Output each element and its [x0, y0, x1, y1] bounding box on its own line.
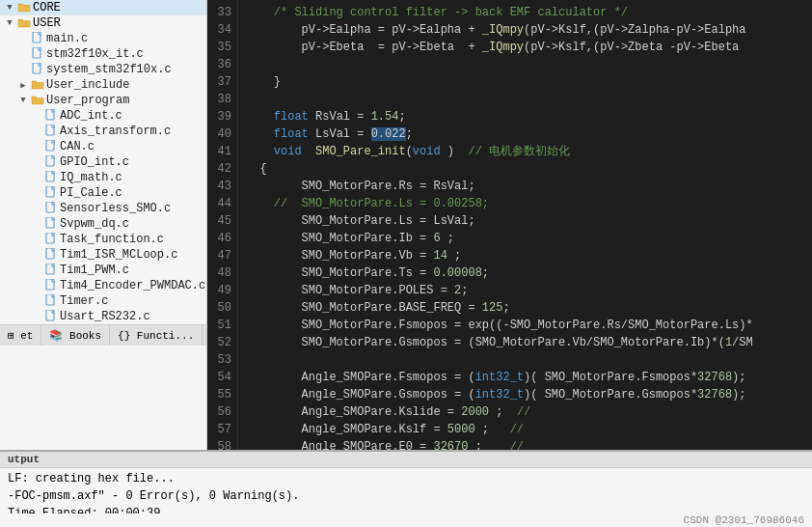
line-number: 46: [213, 230, 231, 247]
output-area: utput LF: creating hex file... -FOC-pmsm…: [0, 450, 812, 527]
folder-icon: [17, 1, 31, 14]
line-number: 53: [213, 351, 231, 369]
code-line: pV->Ealpha = pV->Ealpha + _IQmpy(pV->Ksl…: [246, 21, 804, 39]
tree-label: Timer.c: [60, 294, 108, 308]
line-number: 50: [213, 299, 231, 317]
line-number: 35: [213, 39, 231, 56]
main-area: ▼CORE▼USERmain.cstm32f10x_it.csystem_stm…: [0, 0, 812, 450]
svg-rect-2: [33, 63, 41, 73]
expand-icon: [17, 33, 29, 44]
tree-item-gpio_int[interactable]: GPIO_int.c: [0, 154, 206, 170]
tab-functions[interactable]: {} Functi...: [110, 325, 203, 346]
code-line: SMO_MotorPare.Ib = 6 ;: [246, 230, 804, 247]
tree-item-adc_int[interactable]: ADC_int.c: [0, 108, 206, 124]
tree-item-pi_cale[interactable]: PI_Cale.c: [0, 185, 206, 201]
file-icon: [44, 125, 58, 138]
tab-project[interactable]: ⊞ et: [0, 325, 41, 346]
tree-item-usart_rs232[interactable]: Usart_RS232.c: [0, 309, 206, 324]
tree-item-iq_math[interactable]: IQ_math.c: [0, 170, 206, 185]
expand-icon: [31, 311, 42, 322]
output-line: LF: creating hex file...: [8, 470, 804, 487]
tab-books[interactable]: 📚 Books: [41, 325, 110, 346]
expand-icon: [31, 249, 42, 261]
tree-item-axis_transform[interactable]: Axis_transform.c: [0, 124, 206, 139]
code-line: Angle_SMOPare.Kslf = 5000 ; //: [246, 421, 804, 438]
output-content: LF: creating hex file... -FOC-pmsm.axf" …: [0, 468, 812, 513]
line-number: 57: [213, 421, 231, 438]
code-line: SMO_MotorPare.POLES = 2;: [246, 282, 804, 299]
tree-label: Axis_transform.c: [60, 125, 171, 138]
svg-rect-12: [46, 248, 54, 259]
code-area: 3334353637383940414243444546474849505152…: [207, 0, 812, 450]
code-line: {: [246, 160, 804, 178]
tab-templates[interactable]: 0↓ Templ...: [203, 325, 206, 346]
expand-icon: [31, 234, 42, 245]
tree-item-stm32f10x_it[interactable]: stm32f10x_it.c: [0, 46, 206, 62]
line-number: 37: [213, 73, 231, 91]
tree-label: ADC_int.c: [60, 109, 122, 123]
tree-label: CORE: [33, 1, 61, 14]
svg-rect-1: [33, 47, 41, 58]
tree-label: PI_Cale.c: [60, 186, 122, 200]
line-number: 47: [213, 247, 231, 264]
tree-item-sensorless_smo[interactable]: Sensorless_SMO.c: [0, 201, 206, 216]
svg-rect-11: [46, 233, 54, 243]
tree-item-svpwm_dq[interactable]: Svpwm_dq.c: [0, 216, 206, 232]
tree-item-task_function[interactable]: Task_function.c: [0, 232, 206, 247]
tree-item-tim4_encoder_pwmdac[interactable]: Tim4_Encoder_PWMDAC.c: [0, 278, 206, 293]
expand-icon: [31, 295, 42, 307]
svg-rect-15: [46, 294, 54, 305]
tree-item-user[interactable]: ▼USER: [0, 15, 206, 31]
expand-icon: [17, 64, 29, 75]
line-number: 40: [213, 125, 231, 143]
line-number: 56: [213, 403, 231, 421]
expand-icon: [31, 172, 42, 183]
expand-icon: ▼: [17, 95, 29, 106]
file-icon: [44, 310, 58, 323]
watermark: CSDN @2301_76986046: [684, 514, 804, 526]
line-number: 48: [213, 264, 231, 282]
svg-rect-14: [46, 279, 54, 290]
code-scroll[interactable]: 3334353637383940414243444546474849505152…: [207, 0, 812, 450]
tree-label: Task_function.c: [60, 233, 164, 246]
output-footer: CSDN @2301_76986046: [0, 513, 812, 527]
tree-item-system_stm32f10x[interactable]: system_stm32f10x.c: [0, 62, 206, 77]
tree-item-can[interactable]: CAN.c: [0, 139, 206, 154]
file-tree: ▼CORE▼USERmain.cstm32f10x_it.csystem_stm…: [0, 0, 206, 324]
folder-icon: [31, 78, 44, 92]
tree-item-user_include[interactable]: ▶User_include: [0, 77, 206, 93]
tree-item-core[interactable]: ▼CORE: [0, 0, 206, 15]
tree-item-main[interactable]: main.c: [0, 31, 206, 46]
svg-rect-9: [46, 202, 54, 212]
tree-item-tim1_pwm[interactable]: Tim1_PWM.c: [0, 263, 206, 278]
line-number: 45: [213, 212, 231, 230]
tree-item-timer[interactable]: Timer.c: [0, 293, 206, 309]
tree-label: stm32f10x_it.c: [46, 47, 144, 61]
code-line: // SMO_MotorPare.Ls = 0.00258;: [246, 195, 804, 212]
tree-item-tim1_isr_mcloop[interactable]: Tim1_ISR_MCLoop.c: [0, 247, 206, 263]
code-line: SMO_MotorPare.Ts = 0.00008;: [246, 264, 804, 282]
output-line: Time Elapsed: 00:00:39: [8, 505, 804, 513]
tree-label: User_program: [46, 94, 129, 107]
code-content: /* Sliding control filter -> back EMF ca…: [238, 0, 812, 450]
tree-item-user_program[interactable]: ▼User_program: [0, 93, 206, 108]
tree-label: main.c: [46, 32, 88, 45]
file-icon: [44, 155, 58, 169]
tree-label: Svpwm_dq.c: [60, 217, 129, 231]
tree-label: User_include: [46, 78, 129, 92]
tree-label: GPIO_int.c: [60, 155, 129, 169]
file-icon: [44, 233, 58, 246]
expand-icon: [17, 48, 29, 60]
svg-rect-5: [46, 140, 54, 151]
line-number: 49: [213, 282, 231, 299]
file-icon: [44, 264, 58, 277]
file-icon: [44, 294, 58, 308]
code-line: Angle_SMOPare.E0 = 32670 ; //: [246, 438, 804, 450]
sidebar: ▼CORE▼USERmain.cstm32f10x_it.csystem_stm…: [0, 0, 207, 450]
line-number: 44: [213, 195, 231, 212]
expand-icon: [31, 264, 42, 276]
tree-label: Tim1_ISR_MCLoop.c: [60, 248, 177, 262]
svg-rect-4: [46, 125, 54, 135]
file-icon: [44, 140, 58, 153]
line-number: 42: [213, 160, 231, 178]
